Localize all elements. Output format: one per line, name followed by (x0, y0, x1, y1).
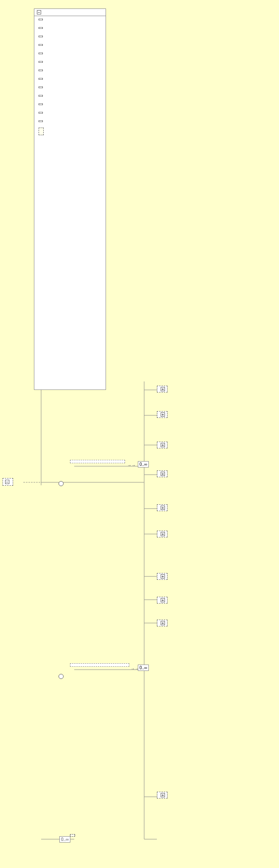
note-expand-icon[interactable]: + (161, 443, 165, 447)
attr-uri-name (39, 86, 43, 88)
attr-modified (34, 33, 106, 42)
attr-qcode-name (39, 78, 43, 80)
related-node: + (157, 792, 167, 798)
attributes-container: − (34, 8, 106, 390)
concept-definition-group-node (70, 460, 125, 463)
collapse-icon[interactable]: − (37, 10, 41, 14)
country-node: − (3, 478, 13, 486)
broader-node: + (157, 597, 167, 604)
left-connector-circle-2 (59, 674, 64, 679)
attr-dir-name (39, 120, 43, 122)
attr-creator (34, 25, 106, 33)
remoteinfo-expand-icon[interactable]: + (161, 506, 165, 510)
attr-modified-name (39, 36, 43, 37)
attr-dir (34, 118, 106, 126)
attr-literal (34, 92, 106, 101)
any-other-multiplicity: 0..∞ (59, 836, 70, 843)
attr-why-name (39, 61, 43, 63)
definition-node: + (157, 411, 167, 418)
hierarchyinfo-expand-icon[interactable]: + (161, 532, 165, 536)
attr-any-other (34, 128, 106, 135)
attr-how (34, 50, 106, 58)
narrower-node: + (157, 620, 167, 626)
remoteinfo-node: + (157, 504, 167, 511)
attr-uri (34, 84, 106, 92)
attr-id (34, 16, 106, 25)
attr-xmllang (34, 109, 106, 118)
definition-expand-icon[interactable]: + (161, 412, 165, 417)
cdg-multiplicity: 0..∞ (138, 461, 149, 467)
attr-qcode (34, 75, 106, 84)
left-connector-circle-1 (59, 481, 64, 486)
attr-id-name (39, 19, 43, 20)
attr-type (34, 101, 106, 109)
attr-type-name (39, 103, 43, 105)
cdg-connector: →→ (127, 463, 136, 467)
narrower-expand-icon[interactable]: + (161, 621, 165, 625)
attr-how-name (39, 53, 43, 54)
facet-expand-icon[interactable]: + (161, 472, 165, 476)
any-other-bottom-node (70, 834, 75, 837)
crg-multiplicity: 0..∞ (138, 665, 149, 671)
name-node: + (157, 386, 167, 392)
country-collapse-icon[interactable]: − (5, 480, 9, 484)
attr-why (34, 58, 106, 67)
attr-custom-name (39, 44, 43, 46)
concept-relationships-group-node (70, 663, 129, 667)
note-node: + (157, 442, 167, 448)
attr-pubconstraint (34, 67, 106, 75)
attr-xmllang-name (39, 112, 43, 114)
facet-node: + (157, 470, 167, 477)
attr-literal-name (39, 95, 43, 97)
attr-creator-name (39, 27, 43, 29)
hierarchyinfo-node: + (157, 531, 167, 537)
attr-custom (34, 42, 106, 50)
name-expand-icon[interactable]: + (161, 387, 165, 391)
sameas-node: + (157, 573, 167, 580)
related-expand-icon[interactable]: + (161, 793, 165, 797)
attr-pubconstraint-name (39, 70, 43, 71)
broader-expand-icon[interactable]: + (161, 598, 165, 602)
attributes-header: − (34, 9, 106, 16)
sameas-expand-icon[interactable]: + (161, 574, 165, 579)
attr-any-other-label (39, 128, 44, 135)
